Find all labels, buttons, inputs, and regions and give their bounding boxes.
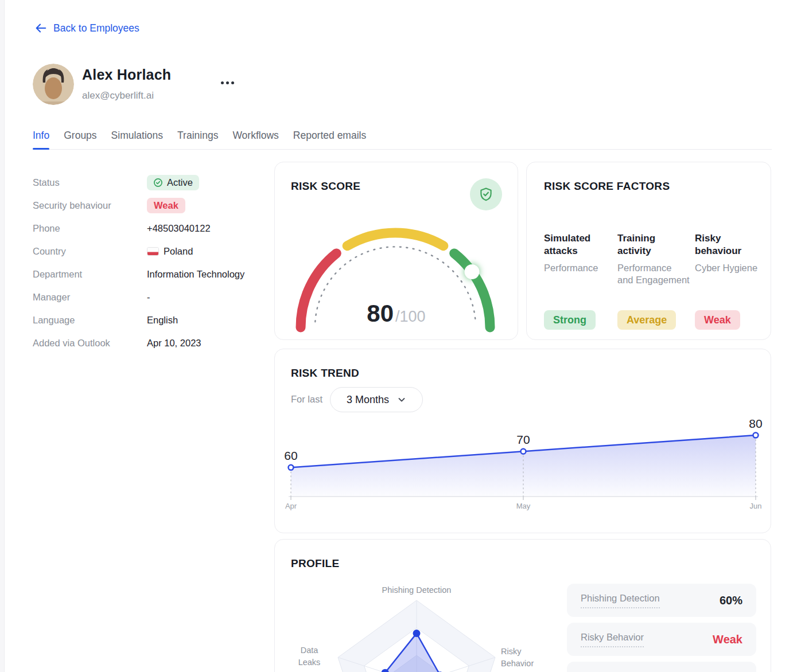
tab-reported-emails[interactable]: Reported emails <box>293 130 366 142</box>
detail-row-phone: Phone +48503040122 <box>33 221 268 236</box>
tab-info[interactable]: Info <box>33 130 49 142</box>
left-rail-divider <box>0 0 5 672</box>
radar-axis-phishing-detection: Phishing Detection <box>368 584 465 596</box>
risk-score-card: RISK SCORE 80 /100 <box>274 162 518 340</box>
detail-row-manager: Manager - <box>33 290 268 305</box>
tab-trainings[interactable]: Trainings <box>177 130 218 142</box>
status-badge: Active <box>147 175 199 190</box>
risk-score-value: 80 /100 <box>275 300 518 327</box>
user-email: alex@cyberlift.ai <box>82 90 154 101</box>
security-behaviour-badge: Weak <box>147 198 185 213</box>
rating-badge-average: Average <box>617 310 676 330</box>
radar-axis-risky-behavior: Risky Behavior <box>501 646 553 670</box>
svg-text:May: May <box>516 502 531 510</box>
profile-tabs: Info Groups Simulations Trainings Workfl… <box>33 130 772 150</box>
avatar <box>33 64 74 105</box>
tab-groups[interactable]: Groups <box>64 130 96 142</box>
risk-score-title: RISK SCORE <box>291 180 360 193</box>
risk-factors-title: RISK SCORE FACTORS <box>544 180 670 193</box>
detail-row-language: Language English <box>33 312 268 328</box>
risk-score-factors-card: RISK SCORE FACTORS Simulated attacks Per… <box>526 162 771 340</box>
profile-card: PROFILE Phishing Detection Data Leaks Ri… <box>274 539 771 672</box>
back-link-label: Back to Employees <box>53 22 139 34</box>
detail-row-added-via-outlook: Added via Outlook Apr 10, 2023 <box>33 335 268 351</box>
svg-text:60: 60 <box>284 449 297 462</box>
profile-title: PROFILE <box>291 557 339 570</box>
more-actions-button[interactable] <box>221 81 234 84</box>
detail-row-security-behaviour: Security behaviour Weak <box>33 198 268 213</box>
stat-card-data-leaks: Data Leaks <box>567 662 756 672</box>
stat-card-phishing-detection: Phishing Detection 60% <box>567 584 756 617</box>
tab-workflows[interactable]: Workflows <box>232 130 278 142</box>
user-name: Alex Horlach <box>82 67 171 83</box>
detail-row-country: Country Poland <box>33 244 268 259</box>
active-check-icon <box>153 178 163 187</box>
svg-text:Apr: Apr <box>285 502 297 510</box>
svg-text:80: 80 <box>749 417 762 430</box>
svg-text:Jun: Jun <box>750 502 762 510</box>
stat-card-risky-behavior: Risky Behavior Weak <box>567 623 756 656</box>
gauge-marker <box>464 264 479 279</box>
employee-profile-page: Back to Employees Alex Horlach alex@cybe… <box>0 0 801 672</box>
factor-training-activity: Training activity Performance and Engage… <box>617 232 690 286</box>
risk-trend-chart: 60Apr70May80Jun <box>275 407 772 521</box>
tab-simulations[interactable]: Simulations <box>111 130 163 142</box>
chevron-down-icon <box>397 395 406 404</box>
back-to-employees-link[interactable]: Back to Employees <box>34 22 139 34</box>
detail-row-department: Department Information Technology <box>33 267 268 282</box>
period-value: 3 Months <box>347 394 389 406</box>
back-arrow-icon <box>34 22 47 34</box>
detail-row-status: Status Active <box>33 175 268 190</box>
factor-risky-behaviour: Risky behaviour Cyber Hygiene <box>695 232 761 274</box>
risk-trend-card: RISK TREND For last 3 Months 60Apr70May8… <box>274 349 771 533</box>
factor-simulated-attacks: Simulated attacks Performance <box>544 232 612 274</box>
rating-badge-weak: Weak <box>695 310 740 330</box>
poland-flag-icon <box>147 247 159 256</box>
risk-trend-title: RISK TREND <box>291 367 359 380</box>
radar-axis-data-leaks: Data Leaks <box>291 644 328 669</box>
employee-details-list: Status Active Security behaviour Weak Ph… <box>33 175 268 351</box>
gauge-yellow-arc <box>347 233 444 246</box>
for-last-label: For last <box>291 394 322 405</box>
shield-check-icon <box>470 178 502 210</box>
svg-text:70: 70 <box>516 433 530 446</box>
rating-badge-strong: Strong <box>544 310 596 330</box>
